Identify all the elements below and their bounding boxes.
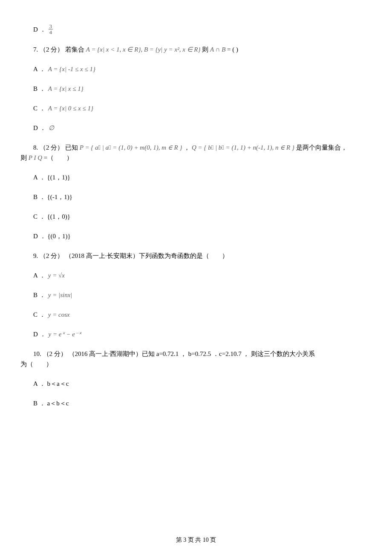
option-label: A ． <box>33 270 46 280</box>
q7-option-a: A ． A = {x| -1 ≤ x ≤ 1} <box>33 64 372 74</box>
option-math: A = {x| -1 ≤ x ≤ 1} <box>48 64 95 74</box>
option-label: D ． <box>33 329 46 339</box>
q10-stem: 10. （2 分） （2016 高一上·西湖期中）已知 a=0.72.1 ， b… <box>20 349 372 369</box>
page-content: D ． 3 4 7. （2 分） 若集合 A = {x| x < 1, x ∈ … <box>0 0 392 408</box>
q8-setP: P = { a⃗ | a⃗ = (1, 0) + m(0, 1), m ∈ R … <box>80 144 182 151</box>
q9-stem: 9. （2 分） （2018 高一上·长安期末）下列函数为奇函数的是（ ） <box>20 251 372 261</box>
q8-option-a: A ． {(1，1)} <box>33 172 372 182</box>
option-math: A = {x| x ≤ 1} <box>48 84 84 94</box>
option-math: y = √x <box>48 270 65 280</box>
option-label: B ． <box>33 290 46 300</box>
q9-option-a: A ． y = √x <box>33 270 372 280</box>
q8-setQ: Q = { b⃗ | b⃗ = (1, 1) + n(-1, 1), n ∈ R… <box>192 144 294 151</box>
q8-piq: P I Q <box>29 154 42 161</box>
option-math: y = cosx <box>48 309 70 320</box>
q8-suffix1: 是两个向量集合， <box>296 144 347 151</box>
option-math: A = {x| 0 ≤ x ≤ 1} <box>48 103 93 113</box>
page-footer: 第 3 页 共 10 页 <box>0 535 392 545</box>
q8-prefix: 8. （2 分） 已知 <box>33 144 78 151</box>
q7-prefix: 7. （2 分） 若集合 <box>33 46 84 53</box>
q10-line1: 10. （2 分） （2016 高一上·西湖期中）已知 a=0.72.1 ， b… <box>20 349 372 359</box>
q10-option-a: A ． b＜a＜c <box>33 379 372 389</box>
option-label: D ． <box>33 123 46 133</box>
q7-stem: 7. （2 分） 若集合 A = {x| x < 1, x ∈ R}, B = … <box>20 44 372 55</box>
q7-mid: 则 <box>202 46 208 53</box>
q7-option-d: D ． ∅ <box>33 123 372 133</box>
option-math: y = eˣ − e⁻ˣ <box>49 329 81 339</box>
q8-option-d: D ． {(0，1)} <box>33 231 372 241</box>
option-math: ∅ <box>49 123 54 133</box>
q8-line2-suffix: =（ ） <box>44 154 73 161</box>
q7-expr: A ∩ B <box>210 46 225 53</box>
q8-line2-prefix: 则 <box>20 154 27 161</box>
option-label: C ． <box>33 103 46 113</box>
option-label: A ． <box>33 64 46 74</box>
q7-option-b: B ． A = {x| x ≤ 1} <box>33 84 372 94</box>
q7-suffix: = ( ) <box>227 46 238 53</box>
q9-option-d: D ． y = eˣ − e⁻ˣ <box>33 329 372 339</box>
q6-option-d: D ． 3 4 <box>33 23 372 35</box>
fraction-3-4: 3 4 <box>49 23 53 35</box>
q9-option-c: C ． y = cosx <box>33 309 372 320</box>
q8-comma: ， <box>184 144 190 151</box>
option-label: D ． <box>33 24 46 35</box>
q8-option-c: C ． {(1，0)} <box>33 211 372 222</box>
option-math: y = |sinx| <box>48 290 72 300</box>
q9-option-b: B ． y = |sinx| <box>33 290 372 300</box>
q10-option-b: B ． a＜b＜c <box>33 398 372 408</box>
option-label: C ． <box>33 309 46 320</box>
q10-line2: 为（ ） <box>20 359 372 369</box>
q7-sets: A = {x| x < 1, x ∈ R}, B = {y| y = x², x… <box>86 46 201 53</box>
q8-option-b: B ． {(-1，1)} <box>33 192 372 202</box>
q8-stem: 8. （2 分） 已知 P = { a⃗ | a⃗ = (1, 0) + m(0… <box>20 142 372 163</box>
option-label: B ． <box>33 84 46 94</box>
q7-option-c: C ． A = {x| 0 ≤ x ≤ 1} <box>33 103 372 113</box>
